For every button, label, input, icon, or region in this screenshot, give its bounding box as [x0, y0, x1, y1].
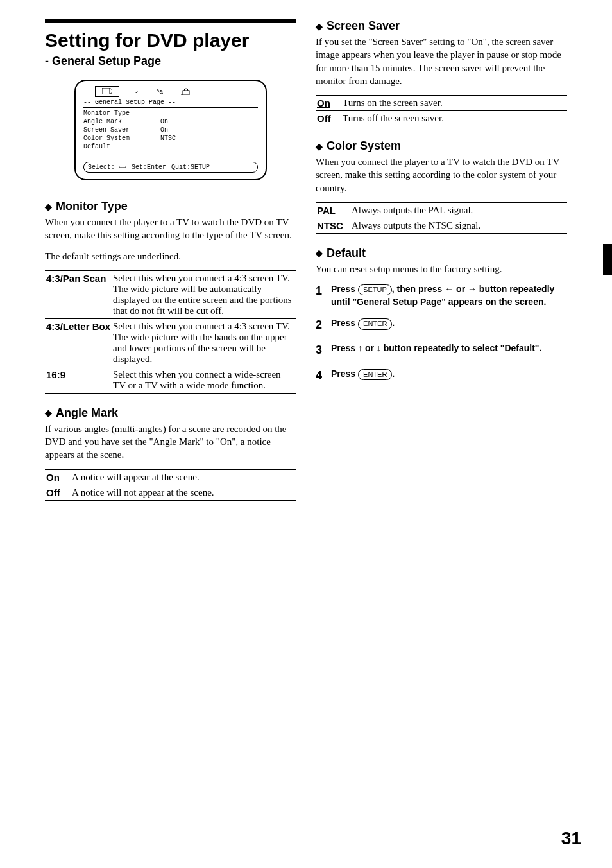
step-2: 2 Press ENTER.	[316, 317, 567, 333]
diamond-icon: ◆	[45, 202, 52, 212]
svg-line-1	[110, 88, 112, 90]
enter-key: ENTER	[358, 318, 392, 329]
osd-title: -- General Setup Page --	[83, 98, 258, 108]
heading-color-system: ◆ Color System	[316, 139, 567, 153]
table-row: PAL Always outputs the PAL signal.	[316, 202, 567, 218]
enter-key: ENTER	[358, 369, 392, 380]
osd-body: Monitor Type Angle MarkOn Screen SaverOn…	[83, 109, 258, 159]
setup-key: SETUP	[358, 284, 392, 295]
table-row: 4:3/Pan Scan Select this when you connec…	[45, 270, 296, 318]
screen-saver-table: On Turns on the screen saver. Off Turns …	[316, 95, 567, 126]
osd-tab-language-icon: Aä	[154, 87, 166, 96]
table-row: 4:3/Letter Box Select this when you conn…	[45, 318, 296, 367]
default-steps: 1 Press SETUP, then press ← or → button …	[316, 283, 567, 384]
section-rule	[45, 19, 296, 23]
step-3: 3 Press ↑ or ↓ button repeatedly to sele…	[316, 342, 567, 358]
color-system-table: PAL Always outputs the PAL signal. NTSC …	[316, 202, 567, 234]
table-row: Off A notice will not appear at the scen…	[45, 485, 296, 500]
default-settings-note: The default settings are underlined.	[45, 250, 296, 263]
main-title: Setting for DVD player	[45, 30, 296, 51]
table-row: 16:9 Select this when you connect a wide…	[45, 367, 296, 393]
color-system-desc: When you connect the player to a TV to w…	[316, 155, 567, 195]
arrow-left-icon: ←	[445, 284, 454, 294]
subtitle: - General Setup Page	[45, 55, 296, 68]
screen-saver-desc: If you set the "Screen Saver" setting to…	[316, 35, 567, 87]
table-row: On Turns on the screen saver.	[316, 96, 567, 111]
diamond-icon: ◆	[316, 141, 323, 152]
svg-rect-3	[183, 91, 189, 95]
table-row: On A notice will appear at the scene.	[45, 469, 296, 485]
step-1: 1 Press SETUP, then press ← or → button …	[316, 283, 567, 308]
monitor-type-desc: When you connect the player to a TV to w…	[45, 216, 296, 242]
diamond-icon: ◆	[316, 248, 323, 258]
angle-mark-desc: If various angles (multi-angles) for a s…	[45, 422, 296, 462]
page-edge-tab	[603, 244, 612, 275]
table-row: NTSC Always outputs the NTSC signal.	[316, 218, 567, 233]
arrow-right-icon: →	[468, 284, 477, 294]
table-row: Off Turns off the screen saver.	[316, 111, 567, 126]
osd-preview: ♪ Aä -- General Setup Page -- Monitor Ty…	[74, 80, 267, 180]
svg-rect-0	[102, 88, 110, 94]
osd-tab-lock-icon	[178, 87, 192, 96]
diamond-icon: ◆	[316, 21, 323, 31]
angle-mark-table: On A notice will appear at the scene. Of…	[45, 469, 296, 501]
default-desc: You can reset setup menus to the factory…	[316, 263, 567, 275]
step-4: 4 Press ENTER.	[316, 368, 567, 384]
heading-default: ◆ Default	[316, 247, 567, 260]
osd-footer: Select: ←→ Set:Enter Quit:SETUP	[83, 162, 258, 173]
arrow-up-icon: ↑	[358, 343, 362, 353]
diamond-icon: ◆	[45, 408, 52, 418]
heading-angle-mark: ◆ Angle Mark	[45, 406, 296, 420]
heading-screen-saver: ◆ Screen Saver	[316, 19, 567, 33]
svg-line-2	[110, 92, 112, 94]
osd-tab-general-icon	[95, 86, 119, 97]
arrow-down-icon: ↓	[377, 343, 381, 353]
monitor-type-table: 4:3/Pan Scan Select this when you connec…	[45, 270, 296, 394]
page-number: 31	[561, 828, 581, 849]
osd-tab-audio-icon: ♪	[132, 87, 141, 96]
heading-monitor-type: ◆ Monitor Type	[45, 200, 296, 213]
